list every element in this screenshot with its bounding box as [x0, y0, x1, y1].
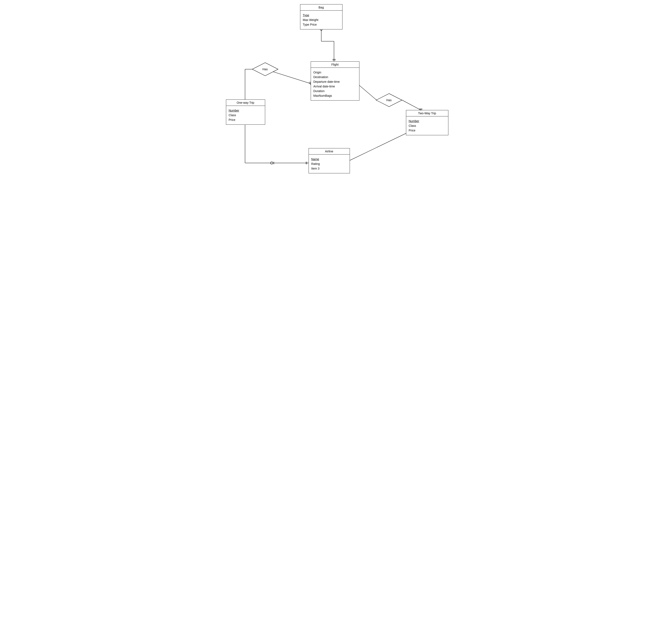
entity-airline-title: Airline [309, 148, 350, 155]
svg-line-20 [402, 100, 421, 110]
flight-attr-maxnumbags: MaxNumBags [313, 94, 357, 97]
entity-oneway: One-way Trip Number Class Price [226, 99, 265, 125]
svg-line-6 [321, 30, 323, 31]
flight-attr-destination: Destination [313, 75, 357, 79]
entity-bag-attrs: Type Max Weight Type Price [300, 11, 342, 29]
entity-flight-title: Flight [311, 61, 359, 68]
flight-attr-origin: Origin [313, 71, 357, 74]
bag-attr-type: Type [303, 14, 340, 17]
bag-attr-maxweight: Max Weight [303, 18, 340, 22]
airline-attr-name: Name [311, 158, 347, 161]
svg-line-29 [349, 133, 406, 161]
entity-twoway-attrs: Number Class Price [406, 117, 448, 135]
oneway-attr-class: Class [229, 114, 263, 117]
diamond-has1: Has [252, 62, 279, 76]
twoway-attr-number: Number [409, 120, 446, 123]
oneway-attr-price: Price [229, 118, 263, 122]
svg-point-27 [271, 162, 273, 164]
er-diagram: Bag Type Max Weight Type Price Flight Or… [220, 0, 453, 212]
oneway-attr-number: Number [229, 109, 263, 112]
svg-line-5 [320, 30, 321, 31]
twoway-attr-class: Class [409, 124, 446, 128]
svg-line-17 [357, 83, 376, 100]
airline-attr-rating: Rating [311, 162, 347, 166]
entity-flight-attrs: Origin Destination Departure date-time A… [311, 68, 359, 100]
flight-attr-arrival: Arrival date-time [313, 85, 357, 88]
flight-attr-duration: Duration [313, 89, 357, 93]
entity-twoway: Two-Way Trip Number Class Price [406, 110, 448, 135]
entity-oneway-attrs: Number Class Price [226, 106, 265, 125]
svg-line-10 [309, 82, 311, 85]
bag-attr-typeprice: Type Price [303, 23, 340, 26]
twoway-attr-price: Price [409, 129, 446, 132]
diamond-has2-label: Has [376, 98, 402, 102]
entity-bag: Bag Type Max Weight Type Price [300, 4, 342, 29]
entity-airline-attrs: Name Rating Item 3 [309, 155, 350, 173]
entity-bag-title: Bag [300, 4, 342, 11]
diamond-has2: Has [376, 93, 402, 107]
flight-attr-departure: Departure date-time [313, 80, 357, 83]
diamond-has1-label: Has [252, 67, 279, 71]
entity-airline: Airline Name Rating Item 3 [309, 148, 350, 173]
entity-flight: Flight Origin Destination Departure date… [311, 61, 359, 100]
entity-oneway-title: One-way Trip [226, 100, 265, 106]
airline-attr-item3: Item 3 [311, 167, 347, 170]
entity-twoway-title: Two-Way Trip [406, 110, 448, 117]
